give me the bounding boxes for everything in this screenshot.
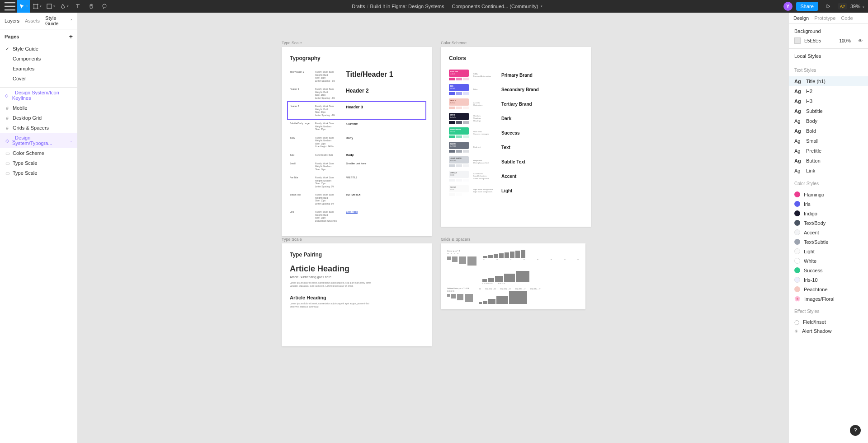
- shape-tool[interactable]: ▾: [44, 0, 57, 13]
- layer-row[interactable]: ◇_Design System/Typogra...⌄: [0, 133, 77, 148]
- breadcrumb[interactable]: Drafts / Build it in Figma: Design Syste…: [352, 4, 542, 9]
- typography-title: Typography: [290, 55, 424, 61]
- color-row[interactable]: EVERGREEN2ecc8fValid fieldsSuccess messa…: [449, 126, 583, 140]
- layer-row[interactable]: #Mobile: [0, 103, 77, 113]
- breadcrumb-file[interactable]: Build it in Figma: Design Systems — Comp…: [370, 4, 538, 9]
- layer-row[interactable]: ▭Type Scale: [0, 158, 77, 168]
- typography-row[interactable]: LinkFamily: Work SansWeight: BoldSize: 1…: [290, 208, 424, 225]
- text-style-row[interactable]: AgBold: [789, 126, 868, 136]
- layer-row[interactable]: ▭Type Scale: [0, 168, 77, 178]
- layer-row[interactable]: #Grids & Spacers: [0, 123, 77, 133]
- text-style-row[interactable]: AgH2: [789, 86, 868, 96]
- present-button[interactable]: [822, 0, 835, 13]
- color-row[interactable]: ONYX1a1a2eOverlaysShadowsHeadingsDark: [449, 111, 583, 126]
- text-style-row[interactable]: AgSubtitle: [789, 106, 868, 116]
- page-item[interactable]: Style Guide: [0, 44, 77, 54]
- background-label: Background: [794, 28, 863, 34]
- hand-tool[interactable]: [85, 0, 98, 13]
- color-style-row[interactable]: Indigo: [789, 209, 868, 218]
- color-row[interactable]: FUSCHIAec3c8fCTAsFocuses/Active statesPr…: [449, 68, 583, 82]
- color-style-row[interactable]: Light: [789, 247, 868, 256]
- text-style-row[interactable]: AgPretitle: [789, 146, 868, 156]
- color-row[interactable]: DORIANf3f4f6Accent colorInvisible border…: [449, 169, 583, 183]
- tab-code[interactable]: Code: [841, 15, 853, 21]
- artboard-color-scheme[interactable]: Color Scheme Colors FUSCHIAec3c8fCTAsFoc…: [441, 47, 591, 227]
- zoom-level[interactable]: 39% ▾: [850, 4, 864, 9]
- effect-style-row[interactable]: ☀Alert Shadow: [789, 326, 868, 336]
- artboard-label[interactable]: Color Scheme: [441, 41, 467, 45]
- text-style-row[interactable]: AgBody: [789, 116, 868, 126]
- text-style-row[interactable]: AgH3: [789, 96, 868, 106]
- background-row[interactable]: E5E5E5 100% 👁: [794, 37, 863, 44]
- style-name: Images/Floral: [804, 296, 835, 302]
- bg-hex[interactable]: E5E5E5: [804, 38, 821, 43]
- text-tool[interactable]: [71, 0, 84, 13]
- help-button[interactable]: ?: [850, 425, 861, 436]
- tab-assets[interactable]: Assets: [25, 18, 40, 23]
- typography-row[interactable]: Title/Header 1Family: Work SansWeight: B…: [290, 68, 424, 85]
- tab-prototype[interactable]: Prototype: [814, 15, 835, 21]
- bg-swatch[interactable]: [794, 37, 801, 44]
- text-style-row[interactable]: AgLink: [789, 166, 868, 176]
- main-menu-button[interactable]: [4, 0, 16, 13]
- right-panel: Design Prototype Code Background E5E5E5 …: [788, 13, 868, 443]
- color-style-row[interactable]: Text/Body: [789, 218, 868, 228]
- color-row[interactable]: SLATE6b7280Body textText: [449, 140, 583, 154]
- color-style-row[interactable]: Iris-10: [789, 275, 868, 284]
- text-style-row[interactable]: AgButton: [789, 156, 868, 166]
- typography-row[interactable]: Pre TitleFamily: Work SansWeight: Medium…: [290, 173, 424, 191]
- tab-layers[interactable]: Layers: [5, 18, 19, 23]
- text-style-row[interactable]: AgTitle (h1): [789, 76, 868, 86]
- a7-badge[interactable]: A?: [838, 3, 847, 9]
- breadcrumb-root[interactable]: Drafts: [352, 4, 365, 9]
- style-name: Iris: [804, 201, 811, 207]
- canvas[interactable]: Type Scale Typography Title/Header 1Fami…: [78, 13, 788, 443]
- color-style-row[interactable]: Iris: [789, 199, 868, 209]
- color-style-row[interactable]: 🌸Images/Floral: [789, 294, 868, 303]
- page-item[interactable]: Components: [0, 54, 77, 64]
- color-row[interactable]: PEACHf6c9c2AccentsIllustrationsTertiary …: [449, 97, 583, 111]
- avatar[interactable]: Y: [783, 2, 793, 11]
- color-style-row[interactable]: Text/Subtle: [789, 237, 868, 247]
- typography-row[interactable]: BoldFont Weight: BoldBody: [290, 151, 424, 159]
- artboard-label[interactable]: Grids & Spacers: [441, 237, 471, 242]
- page-item[interactable]: Cover: [0, 74, 77, 84]
- text-style-row[interactable]: AgSmall: [789, 136, 868, 146]
- color-style-row[interactable]: Success: [789, 266, 868, 275]
- comment-tool[interactable]: [99, 0, 111, 13]
- artboard-label[interactable]: Type Scale: [282, 237, 302, 242]
- color-style-row[interactable]: Peachtone: [789, 284, 868, 294]
- typography-row[interactable]: SmallFamily: Work SansWeight: MediumSize…: [290, 159, 424, 174]
- share-button[interactable]: Share: [796, 2, 818, 11]
- layer-row[interactable]: #Desktop Grid: [0, 113, 77, 123]
- page-dropdown[interactable]: Style Guide ⌃: [45, 15, 73, 26]
- artboard-label[interactable]: Type Scale: [282, 41, 302, 45]
- color-row[interactable]: CLOUDfafafaLight mode backgroundsLight m…: [449, 183, 583, 198]
- bg-opacity[interactable]: 100%: [839, 38, 851, 43]
- typography-row[interactable]: Subtitle/Body LargeFamily: Work SansWeig…: [290, 119, 424, 134]
- color-style-row[interactable]: White: [789, 256, 868, 266]
- color-row[interactable]: LIGHT SLATEd1d5dbHelper textDeemphasized…: [449, 154, 583, 169]
- tab-design[interactable]: Design: [793, 15, 809, 21]
- move-tool[interactable]: ▾: [17, 0, 30, 13]
- page-item[interactable]: Examples: [0, 64, 77, 74]
- frame-tool[interactable]: ▾: [31, 0, 43, 13]
- layer-row[interactable]: ▭Color Scheme: [0, 148, 77, 158]
- artboard-grids-spacers[interactable]: Grids & Spacers Linear: y = x * 80816243…: [441, 243, 585, 309]
- artboard-type-pairing[interactable]: Type Scale Type Pairing Article Heading …: [282, 243, 432, 346]
- artboard-type-scale[interactable]: Type Scale Typography Title/Header 1Fami…: [282, 47, 432, 236]
- typography-row[interactable]: Button TextFamily: Work SansWeight: Bold…: [290, 191, 424, 208]
- pen-tool[interactable]: ▾: [58, 0, 71, 13]
- typography-row[interactable]: BodyFamily: Work SansWeight: MediumSize:…: [290, 134, 424, 151]
- effect-style-row[interactable]: ◯Field/Inset: [789, 317, 868, 326]
- color-row[interactable]: IRIS5d5fefLinksSecondary Brand: [449, 82, 583, 97]
- file-menu-caret[interactable]: ▾: [541, 5, 542, 8]
- layer-row[interactable]: ◇_Design System/Icon Keylines: [0, 88, 77, 103]
- color-style-row[interactable]: Accent: [789, 228, 868, 237]
- add-page-button[interactable]: +: [69, 33, 73, 40]
- color-style-row[interactable]: Flamingo: [789, 190, 868, 199]
- typography-row[interactable]: Header 2Family: Work SansWeight: BoldSiz…: [290, 85, 424, 102]
- typography-row[interactable]: Header 3Family: Work SansWeight: BoldSiz…: [288, 102, 425, 119]
- visibility-icon[interactable]: 👁: [858, 38, 863, 43]
- color-dot: [794, 220, 800, 226]
